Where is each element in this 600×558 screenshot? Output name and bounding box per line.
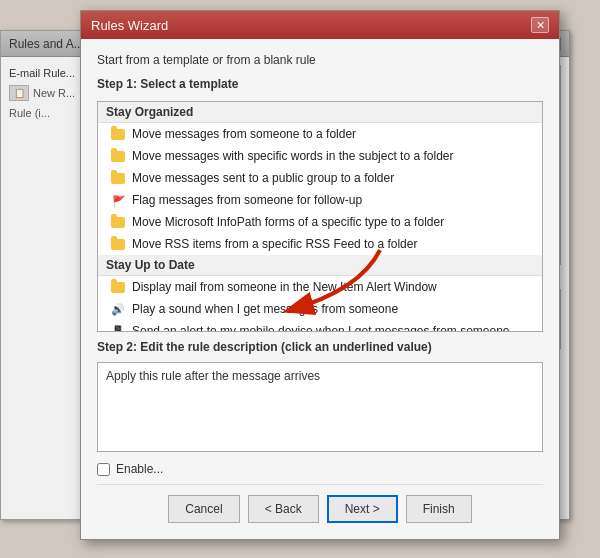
template-text-1-0: Display mail from someone in the New Ite… <box>132 280 437 294</box>
folder-icon-2 <box>110 170 126 186</box>
template-item-0-2[interactable]: Move messages sent to a public group to … <box>98 167 542 189</box>
rules-wizard-dialog: Rules Wizard ✕ Start from a template or … <box>80 10 560 540</box>
step1-header: Step 1: Select a template <box>97 77 543 91</box>
mobile-icon: 📱 <box>110 323 126 332</box>
bg-new-rule-row: 📋 New R... <box>9 85 89 101</box>
bg-sidebar: E-mail Rule... 📋 New R... Rule (i... <box>9 65 89 349</box>
template-item-1-2[interactable]: 📱 Send an alert to my mobile device when… <box>98 320 542 332</box>
enable-checkbox[interactable] <box>97 463 110 476</box>
enable-row: Enable... <box>97 462 543 476</box>
template-text-0-2: Move messages sent to a public group to … <box>132 171 394 185</box>
back-button[interactable]: < Back <box>248 495 319 523</box>
template-text-0-1: Move messages with specific words in the… <box>132 149 453 163</box>
folder-icon-1 <box>110 148 126 164</box>
group-stay-organized: Stay Organized <box>98 102 542 123</box>
dialog-content: Start from a template or from a blank ru… <box>81 39 559 539</box>
description-box: Apply this rule after the message arrive… <box>97 362 543 452</box>
step2-header: Step 2: Edit the rule description (click… <box>97 340 543 354</box>
template-text-0-4: Move Microsoft InfoPath forms of a speci… <box>132 215 444 229</box>
dialog-titlebar: Rules Wizard ✕ <box>81 11 559 39</box>
template-item-0-0[interactable]: Move messages from someone to a folder <box>98 123 542 145</box>
bg-sidebar-email: E-mail Rule... <box>9 65 89 81</box>
template-text-1-1: Play a sound when I get messages from so… <box>132 302 398 316</box>
template-text-0-3: Flag messages from someone for follow-up <box>132 193 362 207</box>
folder-icon-6 <box>110 279 126 295</box>
cancel-button[interactable]: Cancel <box>168 495 239 523</box>
folder-icon-4 <box>110 214 126 230</box>
template-text-0-5: Move RSS items from a specific RSS Feed … <box>132 237 417 251</box>
group-stay-up-to-date: Stay Up to Date <box>98 255 542 276</box>
flag-icon <box>110 192 126 208</box>
folder-icon-5 <box>110 236 126 252</box>
template-item-0-5[interactable]: Move RSS items from a specific RSS Feed … <box>98 233 542 255</box>
next-button[interactable]: Next > <box>327 495 398 523</box>
template-list[interactable]: Stay Organized Move messages from someon… <box>97 101 543 332</box>
bg-new-rule-label: New R... <box>33 87 75 99</box>
template-text-1-2: Send an alert to my mobile device when I… <box>132 324 510 332</box>
template-text-0-0: Move messages from someone to a folder <box>132 127 356 141</box>
speaker-icon: 🔊 <box>110 301 126 317</box>
enable-label: Enable... <box>116 462 163 476</box>
template-item-0-3[interactable]: Flag messages from someone for follow-up <box>98 189 542 211</box>
template-item-0-4[interactable]: Move Microsoft InfoPath forms of a speci… <box>98 211 542 233</box>
template-item-1-1[interactable]: 🔊 Play a sound when I get messages from … <box>98 298 542 320</box>
finish-button[interactable]: Finish <box>406 495 472 523</box>
dialog-title: Rules Wizard <box>91 18 531 33</box>
dialog-buttons: Cancel < Back Next > Finish <box>97 484 543 529</box>
dialog-close-button[interactable]: ✕ <box>531 17 549 33</box>
template-item-1-0[interactable]: Display mail from someone in the New Ite… <box>98 276 542 298</box>
bg-rule-label: Rule (i... <box>9 105 89 121</box>
dialog-intro: Start from a template or from a blank ru… <box>97 53 543 67</box>
description-text: Apply this rule after the message arrive… <box>106 369 320 383</box>
folder-icon-0 <box>110 126 126 142</box>
template-item-0-1[interactable]: Move messages with specific words in the… <box>98 145 542 167</box>
bg-new-rule-icon: 📋 <box>9 85 29 101</box>
